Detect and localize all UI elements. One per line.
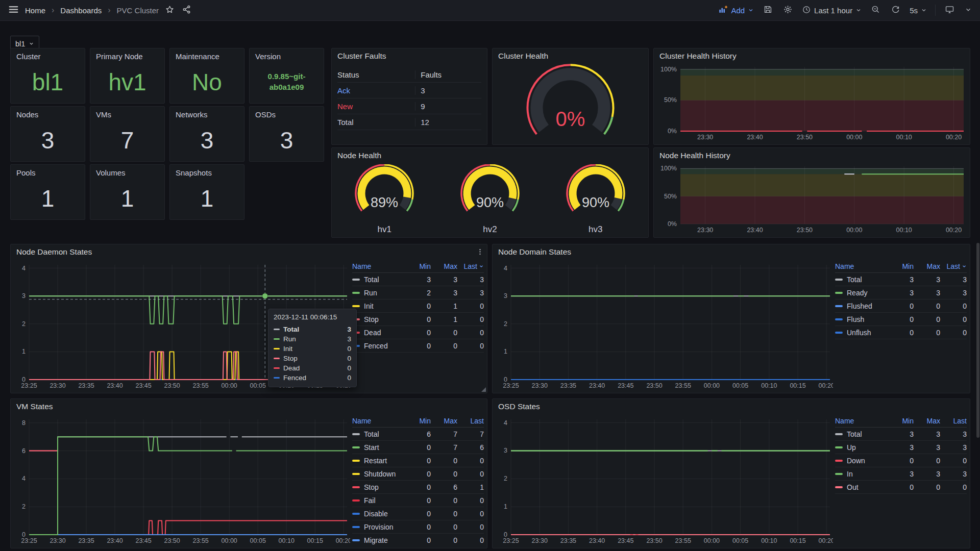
panel-title[interactable]: Version: [255, 52, 281, 61]
legend-col-last[interactable]: Last: [457, 417, 484, 425]
dashboard-settings-button[interactable]: [782, 4, 794, 17]
fault-status-cell[interactable]: New: [337, 102, 415, 111]
panel-title[interactable]: Volumes: [96, 168, 126, 177]
legend-series-start[interactable]: Start: [352, 443, 404, 452]
legend-series-fenced[interactable]: Fenced: [352, 342, 404, 350]
navbar-caret-button[interactable]: [964, 5, 973, 16]
kiosk-mode-button[interactable]: [944, 4, 955, 17]
panel-title[interactable]: Node Health: [337, 151, 381, 160]
legend-series-out[interactable]: Out: [835, 483, 887, 491]
legend-col-last[interactable]: Last: [940, 262, 967, 270]
legend-series-up[interactable]: Up: [835, 443, 887, 452]
refresh-interval-dropdown[interactable]: 5s: [910, 6, 927, 15]
legend-col-max[interactable]: Max: [914, 417, 940, 425]
legend-series-total[interactable]: Total: [835, 276, 887, 284]
legend-series-run[interactable]: Run: [352, 289, 404, 297]
legend-col-max[interactable]: Max: [914, 262, 940, 270]
svg-text:23:40: 23:40: [747, 134, 763, 141]
legend-series-disable[interactable]: Disable: [352, 510, 404, 518]
legend-col-max[interactable]: Max: [431, 262, 457, 270]
panel-title[interactable]: Pools: [16, 168, 36, 177]
panel-title[interactable]: OSDs: [255, 110, 276, 119]
panel-title[interactable]: Networks: [176, 110, 208, 119]
legend-col-name[interactable]: Name: [835, 262, 887, 270]
legend-series-total[interactable]: Total: [352, 276, 404, 284]
column-header-faults: Faults: [415, 70, 481, 79]
save-dashboard-button[interactable]: [762, 4, 774, 17]
legend-series-flushed[interactable]: Flushed: [835, 302, 887, 310]
breadcrumb-home[interactable]: Home: [25, 6, 45, 15]
legend-series-ready[interactable]: Ready: [835, 289, 887, 297]
panel-title[interactable]: Maintenance: [176, 52, 219, 61]
legend-col-min[interactable]: Min: [404, 262, 431, 270]
chevron-down-icon: [965, 6, 972, 15]
time-range-picker[interactable]: Last 1 hour: [802, 5, 862, 16]
panel-title[interactable]: Node Daemon States: [16, 247, 92, 257]
legend-series-restart[interactable]: Restart: [352, 457, 404, 465]
legend-max-value: 7: [431, 430, 457, 438]
fault-status-cell[interactable]: Total: [337, 118, 415, 127]
panel-title[interactable]: VMs: [96, 110, 111, 119]
legend-series-total[interactable]: Total: [352, 430, 404, 438]
refresh-button[interactable]: [890, 4, 901, 17]
legend-col-min[interactable]: Min: [887, 417, 914, 425]
fault-status-cell[interactable]: Ack: [337, 86, 415, 95]
legend-series-dead[interactable]: Dead: [352, 329, 404, 337]
legend-col-last[interactable]: Last: [940, 417, 967, 425]
panel-resize-handle[interactable]: [481, 387, 486, 392]
panel-title[interactable]: Cluster Faults: [337, 52, 386, 61]
add-button[interactable]: Add: [718, 5, 754, 16]
panel-title[interactable]: Snapshots: [176, 168, 212, 177]
legend-series-migrate[interactable]: Migrate: [352, 536, 404, 544]
menu-button[interactable]: [7, 3, 20, 17]
legend-series-flush[interactable]: Flush: [835, 315, 887, 323]
legend-series-unflush[interactable]: Unflush: [835, 329, 887, 337]
legend-last-value: 0: [457, 536, 484, 544]
share-button[interactable]: [181, 4, 192, 17]
scrollbar-thumb[interactable]: [976, 243, 979, 438]
legend-col-min[interactable]: Min: [887, 262, 914, 270]
legend-series-down[interactable]: Down: [835, 457, 887, 465]
svg-text:23:35: 23:35: [560, 537, 576, 544]
panel-title[interactable]: Node Domain States: [498, 247, 571, 257]
panel-title[interactable]: Node Health History: [659, 151, 730, 160]
svg-text:23:30: 23:30: [532, 537, 548, 544]
panel-stat-vms: VMs 7: [90, 106, 165, 162]
daemon-states-plot[interactable]: 23:2523:3023:3523:4023:4523:5023:5500:00…: [14, 260, 350, 391]
panel-title[interactable]: Cluster Health: [498, 52, 548, 61]
legend-series-fail[interactable]: Fail: [352, 496, 404, 505]
favorite-button[interactable]: [164, 4, 176, 17]
legend-series-shutdown[interactable]: Shutdown: [352, 470, 404, 478]
legend-series-in[interactable]: In: [835, 470, 887, 478]
panel-title[interactable]: Cluster: [16, 52, 41, 61]
panel-title[interactable]: Primary Node: [96, 52, 143, 61]
legend-series-stop[interactable]: Stop: [352, 315, 404, 323]
legend-series-provision[interactable]: Provision: [352, 523, 404, 531]
panel-title[interactable]: OSD States: [498, 402, 540, 411]
series-color-marker: [274, 348, 280, 350]
vm-states-plot[interactable]: 23:2523:3023:3523:4023:4523:5023:5500:00…: [14, 414, 350, 546]
legend-min-value: 0: [887, 315, 914, 323]
panel-title[interactable]: Cluster Health History: [659, 52, 737, 61]
legend-series-init[interactable]: Init: [352, 302, 404, 310]
legend-col-name[interactable]: Name: [352, 262, 404, 270]
domain-states-plot[interactable]: 23:2523:3023:3523:4023:4523:5023:5500:00…: [496, 260, 833, 391]
legend-col-last[interactable]: Last: [457, 262, 484, 270]
legend-col-max[interactable]: Max: [431, 417, 457, 425]
panel-title[interactable]: VM States: [16, 402, 53, 411]
legend-col-min[interactable]: Min: [404, 417, 431, 425]
legend-series-total[interactable]: Total: [835, 430, 887, 438]
zoom-out-time-button[interactable]: [870, 4, 881, 17]
breadcrumb-dashboards[interactable]: Dashboards: [60, 6, 102, 15]
legend-max-value: 3: [914, 276, 940, 284]
osd-states-plot[interactable]: 23:2523:3023:3523:4023:4523:5023:5500:00…: [496, 414, 833, 546]
stat-value: 3: [11, 122, 85, 158]
cluster-health-history-plot[interactable]: 23:3023:4023:5000:0000:1000:200%50%100%: [657, 64, 967, 142]
panel-title[interactable]: Nodes: [16, 110, 38, 119]
legend-col-name[interactable]: Name: [835, 417, 887, 425]
panel-menu-kebab-icon[interactable]: [476, 248, 484, 258]
legend-col-name[interactable]: Name: [352, 417, 404, 425]
node-health-history-plot[interactable]: 23:3023:4023:5000:0000:1000:200%50%100%: [657, 163, 967, 235]
legend-series-stop[interactable]: Stop: [352, 483, 404, 491]
series-color-marker: [352, 539, 360, 541]
